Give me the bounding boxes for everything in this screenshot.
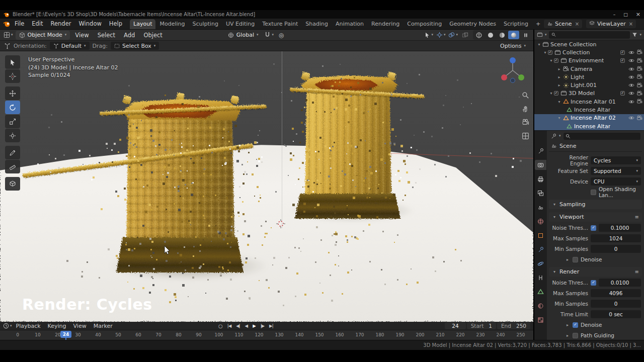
eye-icon[interactable]	[628, 75, 634, 79]
camera-visibility-icon[interactable]	[636, 82, 642, 88]
chevron-down-icon[interactable]: ▾	[545, 33, 547, 37]
menu-help[interactable]: Help	[106, 19, 126, 29]
toggle-ortho-button[interactable]	[521, 131, 530, 140]
shading-rendered-button[interactable]	[508, 31, 519, 39]
menu-edit[interactable]: Edit	[28, 19, 46, 29]
render-engine-dropdown[interactable]: Cycles▾	[591, 156, 641, 164]
collection-checkbox[interactable]: ✓	[554, 58, 558, 63]
ptab-scene[interactable]	[535, 202, 546, 212]
expander-icon[interactable]: ▾	[536, 42, 542, 47]
auto-keyframe-button[interactable]: ○	[216, 323, 224, 329]
tool-scale[interactable]	[5, 115, 20, 128]
vp-noise-field[interactable]: 0.1000	[599, 224, 641, 232]
ptab-object[interactable]	[535, 230, 546, 240]
prev-keyframe-button[interactable]: ◀|	[234, 323, 242, 329]
eye-icon[interactable]	[628, 58, 634, 63]
r-denoise-checkbox[interactable]: ✓	[573, 322, 578, 328]
camera-visibility-icon[interactable]	[636, 90, 642, 97]
navigation-gizmo[interactable]	[497, 54, 529, 86]
tool-annotate[interactable]	[5, 146, 20, 159]
vp-min-samples-field[interactable]: 0	[591, 245, 641, 253]
expander-icon[interactable]: ▾	[556, 116, 562, 120]
ptab-view-layer[interactable]	[535, 188, 546, 198]
time-limit-field[interactable]: 0 sec	[591, 310, 641, 318]
shading-solid-button[interactable]	[485, 31, 496, 39]
timeline-editor-icon[interactable]	[3, 323, 9, 329]
ptab-data[interactable]	[535, 287, 546, 297]
chevron-down-icon[interactable]: ▾	[559, 134, 561, 138]
tool-add-cube[interactable]	[5, 177, 20, 191]
blender-menu-icon[interactable]	[3, 20, 11, 28]
outliner-row-camera[interactable]: ▸ Camera	[534, 65, 644, 73]
tab-geometry-nodes[interactable]: Geometry Nodes	[446, 19, 500, 29]
ptab-physics[interactable]	[535, 258, 546, 268]
sampling-panel-header[interactable]: ▾ Sampling	[549, 200, 642, 209]
menu-render[interactable]: Render	[47, 19, 75, 29]
camera-visibility-icon[interactable]	[636, 99, 642, 105]
expander-icon[interactable]: ▸	[556, 67, 562, 71]
show-object-types-dropdown[interactable]: ▾	[423, 31, 434, 40]
outliner-editor-icon[interactable]	[537, 32, 543, 38]
chevron-down-icon[interactable]: ▾	[10, 324, 12, 328]
playhead-marker[interactable]: 24	[60, 331, 71, 338]
tab-animation[interactable]: Animation	[332, 19, 367, 29]
jump-to-end-button[interactable]: ▶|	[267, 323, 275, 329]
r-min-samples-field[interactable]: 0	[591, 300, 641, 308]
camera-visibility-icon[interactable]	[636, 74, 642, 80]
outliner-row-scene-collection[interactable]: ▾ Scene Collection	[534, 40, 644, 48]
tool-measure[interactable]	[5, 160, 20, 173]
camera-view-button[interactable]	[521, 118, 530, 127]
incense-altar-model-right[interactable]	[301, 75, 397, 219]
tab-layout[interactable]: Layout	[130, 19, 155, 29]
gizmo-y-axis[interactable]	[518, 74, 524, 80]
outliner-row-light-001[interactable]: ▸ Light.001	[534, 81, 644, 89]
feature-set-dropdown[interactable]: Supported▾	[591, 167, 641, 175]
exclude-checkbox[interactable]: ✓	[620, 50, 625, 55]
panel-menu-icon[interactable]: ≡	[635, 269, 639, 275]
outliner-row-environment[interactable]: ▾ ✓ Environment ✓	[534, 57, 644, 65]
menu-view[interactable]: View	[70, 322, 90, 330]
tool-cursor[interactable]	[5, 69, 20, 83]
vp-denoise-checkbox[interactable]	[573, 257, 578, 262]
menu-add[interactable]: Add	[120, 30, 138, 40]
r-noise-checkbox[interactable]: ✓	[591, 280, 596, 286]
minimize-button[interactable]: –	[613, 12, 616, 17]
tab-compositing[interactable]: Compositing	[404, 19, 445, 29]
outliner-row-light[interactable]: ▸ Light	[534, 73, 644, 81]
menu-marker[interactable]: Marker	[91, 322, 116, 330]
play-reverse-button[interactable]: ◀	[243, 323, 250, 329]
viewlayer-selector[interactable]: ViewLayer ×	[586, 20, 636, 28]
expander-icon[interactable]: ▸	[565, 333, 570, 338]
expander-icon[interactable]: ▸	[565, 323, 570, 327]
ptab-output[interactable]	[535, 174, 546, 184]
viewport-canvas[interactable]	[0, 51, 533, 322]
exclude-checkbox[interactable]: ✓	[620, 91, 625, 96]
transform-orientation-dropdown[interactable]: Global ▾	[224, 31, 262, 40]
ptab-material[interactable]	[535, 301, 546, 311]
viewlayer-unlink-icon[interactable]: ×	[629, 21, 633, 27]
gizmo-negative-z-axis[interactable]	[511, 78, 515, 83]
filter-icon[interactable]	[632, 32, 637, 38]
pan-view-button[interactable]	[521, 104, 530, 113]
properties-editor-icon[interactable]	[550, 133, 556, 139]
exclude-checkbox[interactable]: ✓	[620, 58, 625, 63]
timeline-ruler[interactable]: 0 10 20 30 40 50 60 70 80 90 100 110 120…	[0, 330, 533, 340]
scene-selector[interactable]: Scene ×	[544, 20, 582, 28]
menu-object[interactable]: Object	[140, 30, 166, 40]
expander-icon[interactable]: ▸	[565, 257, 570, 262]
eye-icon[interactable]	[628, 91, 634, 96]
tab-shading[interactable]: Shading	[302, 19, 332, 29]
outliner-row-collection[interactable]: ▾ ✓ Collection ✓	[534, 48, 644, 56]
menu-window[interactable]: Window	[75, 19, 105, 29]
next-keyframe-button[interactable]: |▶	[259, 323, 266, 329]
gizmo-z-axis[interactable]	[510, 57, 516, 63]
r-max-samples-field[interactable]: 4096	[591, 289, 641, 297]
eye-icon[interactable]	[628, 50, 634, 55]
xray-toggle[interactable]	[460, 31, 470, 40]
add-workspace-button[interactable]: +	[532, 19, 544, 29]
tab-modeling[interactable]: Modeling	[156, 19, 188, 29]
ptab-constraints[interactable]	[535, 273, 546, 283]
tool-move[interactable]	[5, 86, 20, 100]
ptab-render[interactable]	[535, 160, 546, 170]
eye-icon[interactable]	[628, 83, 634, 87]
